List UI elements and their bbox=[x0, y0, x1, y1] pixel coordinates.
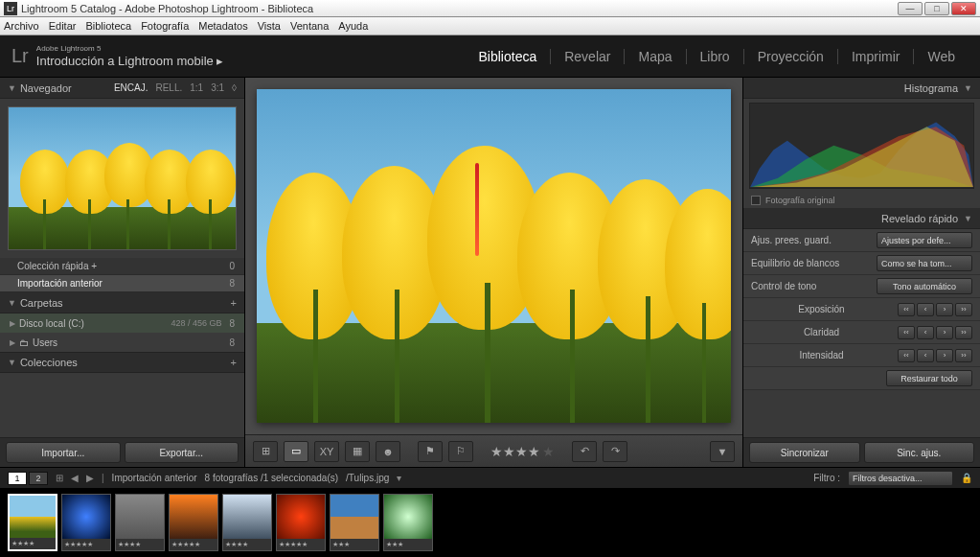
dropdown-icon[interactable]: ▾ bbox=[397, 473, 401, 483]
quickdev-header[interactable]: Revelado rápido ▼ bbox=[743, 208, 980, 229]
flag-reject-button[interactable]: ⚐ bbox=[448, 441, 473, 462]
catalog-item[interactable]: Importación anterior8 bbox=[0, 275, 244, 292]
right-panel: Histograma ▼ Fotografía original Revelad… bbox=[742, 78, 980, 467]
minimize-button[interactable]: — bbox=[898, 2, 923, 15]
rotate-left-button[interactable]: ↶ bbox=[572, 441, 597, 462]
flag-pick-button[interactable]: ⚑ bbox=[418, 441, 443, 462]
add-folder-icon[interactable]: + bbox=[231, 297, 237, 309]
rating-stars[interactable]: ★★★★★ bbox=[490, 444, 555, 459]
toolbar-menu-button[interactable]: ▼ bbox=[710, 441, 735, 462]
disk-size: 428 / 456 GB bbox=[171, 318, 221, 328]
intensity-dec-button[interactable]: ‹ bbox=[917, 349, 934, 362]
navigator-preview[interactable] bbox=[8, 106, 237, 250]
left-panel: ▼ Navegador ENCAJ.RELL.1:13:1◊ Colección… bbox=[0, 78, 245, 467]
exposure-dec2-button[interactable]: ‹‹ bbox=[898, 303, 915, 316]
loupe-view-button[interactable]: ▭ bbox=[284, 441, 308, 462]
loupe-toolbar: ⊞ ▭ XY ▦ ☻ ⚑ ⚐ ★★★★★ ↶ ↷ ▼ bbox=[245, 434, 742, 467]
product-name: Adobe Lightroom 5 bbox=[36, 44, 224, 53]
export-button[interactable]: Exportar... bbox=[125, 442, 239, 463]
grid-icon[interactable]: ⊞ bbox=[56, 473, 63, 483]
people-view-button[interactable]: ☻ bbox=[376, 441, 400, 462]
wb-dropdown[interactable]: Como se ha tom... bbox=[877, 255, 972, 271]
window-title: Lightroom 5 Catalog - Adobe Photoshop Li… bbox=[21, 3, 313, 14]
close-button[interactable]: ✕ bbox=[951, 2, 976, 15]
nav-back-icon[interactable]: ◀ bbox=[71, 473, 79, 483]
zoom-RELL[interactable]: RELL. bbox=[155, 82, 182, 93]
histogram-header[interactable]: Histograma ▼ bbox=[743, 78, 980, 99]
rotate-right-button[interactable]: ↷ bbox=[603, 441, 627, 462]
module-web[interactable]: Web bbox=[914, 49, 969, 64]
module-biblioteca[interactable]: Biblioteca bbox=[466, 49, 552, 64]
filter-dropdown[interactable]: Filtros desactiva... bbox=[848, 471, 953, 486]
zoom-31[interactable]: 3:1 bbox=[211, 82, 224, 93]
clarity-dec2-button[interactable]: ‹‹ bbox=[898, 326, 915, 339]
menu-biblioteca[interactable]: Biblioteca bbox=[85, 20, 131, 32]
thumbnail[interactable]: ★★★★★ bbox=[169, 494, 218, 551]
menu-metadatos[interactable]: Metadatos bbox=[198, 20, 247, 32]
carpetas-header[interactable]: ▼ Carpetas + bbox=[0, 292, 244, 313]
preset-dropdown[interactable]: Ajustes por defe... bbox=[877, 232, 972, 248]
path-label: /Tulips.jpg bbox=[346, 473, 389, 483]
intensity-inc-button[interactable]: › bbox=[936, 349, 953, 362]
thumbnail[interactable]: ★★★★ bbox=[222, 494, 272, 551]
survey-view-button[interactable]: ▦ bbox=[345, 441, 370, 462]
clarity-inc-button[interactable]: › bbox=[936, 326, 953, 339]
expand-icon: ▶ bbox=[10, 338, 15, 347]
add-collection-icon[interactable]: + bbox=[231, 357, 237, 368]
menu-archivo[interactable]: Archivo bbox=[4, 20, 39, 32]
menu-editar[interactable]: Editar bbox=[49, 20, 77, 32]
preset-label: Ajus. prees. guard. bbox=[751, 235, 832, 245]
exposure-inc2-button[interactable]: ›› bbox=[955, 303, 972, 316]
disk-count: 8 bbox=[229, 318, 235, 329]
filter-lock-icon[interactable]: 🔒 bbox=[961, 473, 972, 483]
original-photo-label: Fotografía original bbox=[765, 196, 835, 205]
grid-view-button[interactable]: ⊞ bbox=[253, 441, 278, 462]
zoom-ratios: ENCAJ.RELL.1:13:1◊ bbox=[114, 82, 237, 93]
zoom-more-icon[interactable]: ◊ bbox=[232, 82, 237, 93]
menu-vista[interactable]: Vista bbox=[258, 20, 281, 32]
reset-button[interactable]: Restaurar todo bbox=[886, 370, 972, 386]
nav-fwd-icon[interactable]: ▶ bbox=[86, 473, 94, 483]
thumbnail[interactable]: ★★★ bbox=[330, 494, 379, 551]
menu-ventana[interactable]: Ventana bbox=[290, 20, 329, 32]
zoom-ENCAJ[interactable]: ENCAJ. bbox=[114, 82, 148, 93]
monitor-1-button[interactable]: 1 bbox=[8, 472, 27, 485]
original-photo-checkbox[interactable] bbox=[751, 196, 761, 205]
auto-tone-button[interactable]: Tono automático bbox=[877, 278, 972, 294]
sync-settings-button[interactable]: Sinc. ajus. bbox=[864, 442, 975, 463]
histogram-chart[interactable] bbox=[749, 103, 974, 189]
zoom-11[interactable]: 1:1 bbox=[190, 82, 203, 93]
clarity-dec-button[interactable]: ‹ bbox=[917, 326, 934, 339]
sync-button[interactable]: Sincronizar bbox=[749, 442, 860, 463]
maximize-button[interactable]: □ bbox=[924, 2, 949, 15]
compare-view-button[interactable]: XY bbox=[314, 441, 339, 462]
colecciones-header[interactable]: ▼ Colecciones + bbox=[0, 352, 244, 373]
navigator-header[interactable]: ▼ Navegador ENCAJ.RELL.1:13:1◊ bbox=[0, 78, 244, 99]
module-mapa[interactable]: Mapa bbox=[625, 49, 686, 64]
thumbnail[interactable]: ★★★ bbox=[383, 494, 433, 551]
menu-fotografía[interactable]: Fotografía bbox=[141, 20, 189, 32]
thumbnail[interactable]: ★★★★ bbox=[115, 494, 165, 551]
exposure-inc-button[interactable]: › bbox=[936, 303, 953, 316]
intro-link[interactable]: Introducción a Lightroom mobile ▸ bbox=[36, 54, 224, 68]
monitor-2-button[interactable]: 2 bbox=[29, 472, 48, 485]
exposure-dec-button[interactable]: ‹ bbox=[917, 303, 934, 316]
carpetas-title: Carpetas bbox=[20, 297, 63, 309]
import-button[interactable]: Importar... bbox=[6, 442, 121, 463]
intensity-dec2-button[interactable]: ‹‹ bbox=[898, 349, 915, 362]
module-revelar[interactable]: Revelar bbox=[551, 49, 625, 64]
source-label[interactable]: Importación anterior bbox=[112, 473, 197, 483]
module-libro[interactable]: Libro bbox=[687, 49, 744, 64]
module-imprimir[interactable]: Imprimir bbox=[838, 49, 915, 64]
intensity-inc2-button[interactable]: ›› bbox=[955, 349, 972, 362]
loupe-view[interactable] bbox=[245, 78, 742, 434]
clarity-inc2-button[interactable]: ›› bbox=[955, 326, 972, 339]
menu-ayuda[interactable]: Ayuda bbox=[338, 20, 368, 32]
module-proyección[interactable]: Proyección bbox=[744, 49, 838, 64]
disk-row[interactable]: ▶ Disco local (C:) 428 / 456 GB 8 bbox=[0, 313, 244, 333]
catalog-item[interactable]: Colección rápida +0 bbox=[0, 258, 244, 275]
folder-row[interactable]: ▶ 🗀 Users 8 bbox=[0, 333, 244, 352]
thumbnail[interactable]: ★★★★ bbox=[8, 494, 57, 551]
thumbnail[interactable]: ★★★★★ bbox=[276, 494, 326, 551]
thumbnail[interactable]: ★★★★★ bbox=[61, 494, 111, 551]
